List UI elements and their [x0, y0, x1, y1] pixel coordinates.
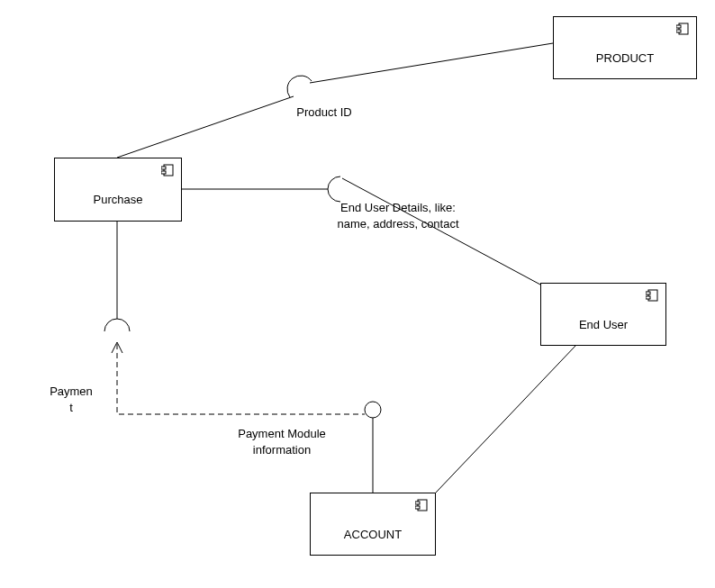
component-icon	[415, 499, 428, 511]
component-product-label: PRODUCT	[554, 51, 696, 65]
label-end-user-details: End User Details, like: name, address, c…	[308, 200, 488, 231]
component-account: ACCOUNT	[310, 493, 436, 556]
svg-rect-18	[415, 502, 420, 504]
label-payment-module: Payment Module information	[205, 426, 358, 457]
component-purchase-label: Purchase	[55, 193, 181, 206]
svg-line-4	[436, 345, 576, 493]
component-end-user: End User	[540, 283, 666, 346]
svg-rect-10	[676, 30, 681, 32]
label-payment: Paymen t	[40, 384, 103, 415]
component-icon	[646, 289, 658, 302]
component-end-user-label: End User	[541, 318, 665, 331]
svg-rect-16	[646, 296, 650, 299]
label-product-id: Product ID	[270, 104, 378, 121]
svg-rect-9	[676, 25, 681, 28]
component-product: PRODUCT	[553, 16, 697, 79]
svg-rect-19	[415, 506, 420, 509]
svg-point-6	[365, 402, 381, 418]
uml-component-diagram: PRODUCT Purchase End User ACCOUNT	[0, 0, 715, 588]
svg-rect-12	[161, 167, 166, 169]
component-icon	[161, 164, 174, 176]
component-icon	[676, 23, 689, 35]
svg-rect-13	[161, 171, 166, 174]
svg-rect-15	[646, 292, 650, 294]
svg-line-1	[310, 43, 553, 83]
svg-line-0	[117, 96, 294, 158]
component-purchase: Purchase	[54, 158, 182, 222]
component-account-label: ACCOUNT	[311, 528, 435, 541]
